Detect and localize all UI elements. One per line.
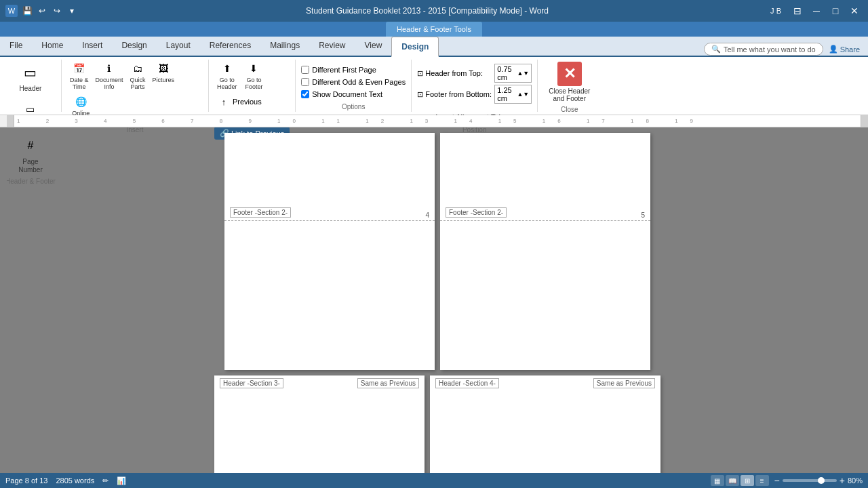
diff-odd-even-input[interactable]	[301, 78, 309, 86]
tab-review[interactable]: Review	[309, 35, 355, 56]
word-count: 2805 words	[56, 476, 94, 485]
zoom-in-button[interactable]: +	[840, 475, 845, 486]
page-section4-header[interactable]: Header -Section 4- Same as Previous	[430, 375, 660, 473]
save-button[interactable]: 💾	[20, 4, 34, 18]
redo-button[interactable]: ↪	[50, 4, 64, 18]
footer-from-bottom-input[interactable]: 1.25 cm ▲▼	[494, 85, 532, 104]
footer-section-2-label-right: Footer -Section 2-	[446, 207, 507, 218]
previous-nav-button[interactable]: ↑ Previous	[214, 94, 290, 109]
title-bar: W 💾 ↩ ↪ ▾ Student Guidance Booklet 2013 …	[0, 0, 868, 22]
outline-button[interactable]: ≡	[755, 475, 769, 486]
window-controls: J B ⊟ ─ □ ✕	[770, 3, 863, 19]
header-from-top-input[interactable]: 0.75 cm ▲▼	[494, 64, 532, 83]
show-doc-text-checkbox[interactable]: Show Document Text	[301, 89, 406, 99]
page-5-main[interactable]	[440, 221, 650, 370]
date-time-button[interactable]: 📅 Date &Time	[67, 60, 92, 92]
tab-view[interactable]: View	[355, 35, 392, 56]
page-5-footer-area: Footer -Section 2- 5	[440, 133, 650, 221]
header-spinner-icon[interactable]: ▲▼	[517, 70, 529, 77]
tab-design[interactable]: Design	[112, 35, 156, 56]
pages-row-1: Footer -Section 2- 4 Footer -Section 2- …	[224, 133, 650, 370]
online-pictures-icon: 🌐	[73, 94, 88, 109]
status-left: Page 8 of 13 2805 words ✏ 📊	[5, 476, 126, 485]
web-layout-button[interactable]: ⊞	[741, 475, 754, 486]
page-section3: Header -Section 3- Same as Previous	[214, 375, 425, 473]
ruler: 1 2 3 4 5 6 7 8 9 10 11 12 13 14 15 16 1…	[0, 115, 868, 127]
share-label: Share	[840, 45, 860, 54]
edit-icon[interactable]: ✏	[102, 476, 108, 485]
title-bar-left: W 💾 ↩ ↪ ▾	[5, 4, 84, 18]
tab-references[interactable]: References	[200, 35, 260, 56]
tab-mailings[interactable]: Mailings	[260, 35, 309, 56]
zoom-out-button[interactable]: −	[774, 475, 780, 486]
minimize-button[interactable]: ─	[808, 3, 825, 19]
pages-container[interactable]: Footer -Section 2- 4 Footer -Section 2- …	[7, 127, 868, 473]
ribbon-group-close: ✕ Close Headerand Footer Close	[538, 60, 601, 112]
pages-row-2: Header -Section 3- Same as Previous Head…	[214, 375, 660, 473]
zoom-level: 80%	[848, 476, 863, 485]
ribbon-group-position: ⊡ Header from Top: 0.75 cm ▲▼ ⊡ Footer f…	[412, 60, 538, 112]
close-header-footer-label: Close Headerand Footer	[549, 87, 590, 102]
footer-from-bottom-value: 1.25 cm	[497, 86, 517, 102]
page-4-main[interactable]	[224, 221, 435, 370]
show-doc-text-input[interactable]	[301, 90, 309, 98]
document-info-label: DocumentInfo	[95, 77, 123, 90]
close-red-icon: ✕	[557, 62, 582, 86]
page-section3-header[interactable]: Header -Section 3- Same as Previous	[214, 375, 425, 473]
tab-file[interactable]: File	[0, 35, 32, 56]
ribbon-tab-strip: File Home Insert Design Layout Reference…	[0, 37, 868, 57]
header-from-top-row: ⊡ Header from Top: 0.75 cm ▲▼	[417, 64, 532, 83]
previous-icon: ↑	[218, 96, 230, 108]
page-4-footer-area: Footer -Section 2- 4	[224, 133, 435, 221]
close-header-footer-button[interactable]: ✕ Close Headerand Footer	[543, 60, 595, 104]
zoom-slider[interactable]	[783, 479, 837, 482]
zoom-bar: − + 80%	[774, 475, 863, 486]
ribbon-group-insert: 📅 Date &Time ℹ DocumentInfo 🗂 QuickParts…	[62, 60, 209, 112]
document-info-button[interactable]: ℹ DocumentInfo	[92, 60, 125, 92]
customize-button[interactable]: ▾	[65, 4, 79, 18]
document-title: Student Guidance Booklet 2013 - 2015 [Co…	[84, 6, 770, 16]
header-from-top-value: 0.75 cm	[497, 65, 517, 81]
footer-spinner-icon[interactable]: ▲▼	[517, 91, 529, 98]
undo-button[interactable]: ↩	[35, 4, 49, 18]
pictures-label: Pictures	[153, 77, 175, 83]
options-content: Different First Page Different Odd & Eve…	[301, 60, 406, 102]
print-layout-button[interactable]: ▦	[711, 475, 724, 486]
read-mode-button[interactable]: 📖	[726, 475, 739, 486]
footer-from-bottom-label: ⊡ Footer from Bottom:	[417, 90, 492, 99]
diff-first-page-checkbox[interactable]: Different First Page	[301, 65, 406, 75]
tab-insert[interactable]: Insert	[73, 35, 112, 56]
go-to-header-icon: ⬆	[220, 61, 235, 76]
ribbon-display-button[interactable]: ⊟	[789, 3, 806, 19]
page-5-number: 5	[641, 211, 645, 219]
tab-layout[interactable]: Layout	[157, 35, 200, 56]
tab-home[interactable]: Home	[32, 35, 73, 56]
tell-me-input[interactable]: 🔍 Tell me what you want to do	[704, 43, 823, 56]
quick-parts-button[interactable]: 🗂 QuickParts	[127, 60, 148, 92]
diff-odd-even-checkbox[interactable]: Different Odd & Even Pages	[301, 77, 406, 87]
same-as-previous-left: Same as Previous	[357, 378, 419, 388]
share-button[interactable]: 👤 Share	[829, 45, 860, 54]
date-time-label: Date &Time	[70, 77, 89, 90]
diff-first-page-input[interactable]	[301, 66, 309, 74]
user-initials: J B	[770, 7, 781, 15]
same-as-previous-right: Same as Previous	[593, 378, 655, 388]
quick-parts-icon: 🗂	[130, 61, 145, 76]
context-tab-header-footer-tools[interactable]: Header & Footer Tools	[386, 22, 482, 37]
close-content: ✕ Close Headerand Footer	[543, 60, 595, 104]
header-label: Header	[20, 85, 42, 93]
header-button[interactable]: ▭ Header	[16, 60, 45, 95]
page-5: Footer -Section 2- 5	[440, 133, 650, 370]
close-group-label: Close	[561, 104, 578, 115]
zoom-thumb[interactable]	[818, 477, 825, 484]
close-window-button[interactable]: ✕	[846, 3, 863, 19]
header-section-3-label: Header -Section 3-	[220, 378, 283, 388]
go-to-footer-button[interactable]: ⬇ Go toFooter	[242, 60, 265, 92]
tab-design-active[interactable]: Design	[391, 37, 439, 57]
pictures-button[interactable]: 🖼 Pictures	[150, 60, 178, 85]
left-margin-bar	[0, 127, 7, 473]
go-to-header-button[interactable]: ⬆ Go toHeader	[214, 60, 240, 92]
maximize-button[interactable]: □	[827, 3, 844, 19]
search-icon: 🔍	[711, 45, 721, 54]
chart-icon[interactable]: 📊	[117, 476, 126, 485]
